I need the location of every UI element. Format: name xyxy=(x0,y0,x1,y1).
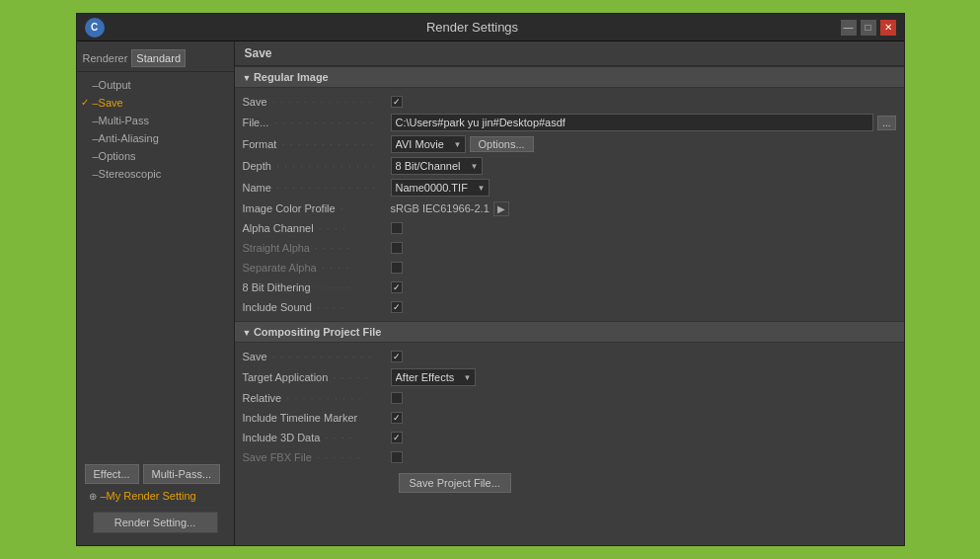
separate-alpha-label: Separate Alpha · · · · xyxy=(243,262,391,274)
include-sound-row: Include Sound · · · · xyxy=(235,297,904,317)
save-fbx-value xyxy=(391,451,896,463)
multi-pass-button[interactable]: Multi-Pass... xyxy=(143,464,221,484)
window-controls: — □ ✕ xyxy=(841,20,896,36)
renderer-dropdown[interactable]: Standard xyxy=(131,49,186,67)
format-value: AVI Movie Options... xyxy=(391,135,896,153)
save-header: Save xyxy=(235,41,904,66)
save-value xyxy=(391,96,896,108)
name-value: Name0000.TIF xyxy=(391,179,896,197)
save-fbx-checkbox[interactable] xyxy=(391,451,403,463)
file-input[interactable] xyxy=(391,114,874,131)
my-render-icon: ⊕ xyxy=(89,491,97,502)
options-button[interactable]: Options... xyxy=(470,136,534,152)
file-label: File... · · · · · · · · · · · · · xyxy=(243,117,391,128)
renderer-label: Renderer xyxy=(83,52,128,64)
content-area: Save Regular Image Save · · · · · · · · … xyxy=(235,41,904,545)
target-app-dropdown[interactable]: After Effects xyxy=(391,368,476,386)
sidebar-btn-row: Effect... Multi-Pass... xyxy=(85,464,226,484)
target-app-label: Target Application · · · · · xyxy=(243,371,391,383)
dithering-row: 8 Bit Dithering · · · · · xyxy=(235,278,904,297)
sidebar-item-multi-pass[interactable]: –Multi-Pass xyxy=(77,112,234,129)
file-row: File... · · · · · · · · · · · · · ... xyxy=(235,112,904,133)
render-setting-button[interactable]: Render Setting... xyxy=(93,512,218,533)
sidebar-item-options[interactable]: –Options xyxy=(77,147,234,165)
include-sound-checkbox[interactable] xyxy=(391,301,403,313)
regular-image-header[interactable]: Regular Image xyxy=(235,66,904,88)
render-settings-window: C Render Settings — □ ✕ Renderer Standar… xyxy=(76,13,905,546)
my-render-setting-row: ⊕ –My Render Setting xyxy=(85,488,226,504)
image-color-profile-value: sRGB IEC61966-2.1 ▶ xyxy=(391,201,896,216)
include-3d-checkbox[interactable] xyxy=(391,432,403,443)
comp-save-row: Save · · · · · · · · · · · · · xyxy=(235,347,904,366)
format-label: Format · · · · · · · · · · · · xyxy=(243,138,391,150)
regular-image-section: Regular Image Save · · · · · · · · · · ·… xyxy=(235,66,904,321)
dithering-label: 8 Bit Dithering · · · · · xyxy=(243,281,391,293)
target-app-select-wrap: After Effects xyxy=(391,368,476,386)
sidebar-item-stereoscopic[interactable]: –Stereoscopic xyxy=(77,165,234,183)
alpha-channel-value xyxy=(391,222,896,234)
color-profile-text: sRGB IEC61966-2.1 xyxy=(391,202,490,214)
save-project-value: Save Project File... xyxy=(391,469,896,497)
comp-save-value xyxy=(391,351,896,362)
comp-save-label: Save · · · · · · · · · · · · · xyxy=(243,351,391,362)
sidebar-bottom: Effect... Multi-Pass... ⊕ –My Render Set… xyxy=(77,456,234,545)
format-row: Format · · · · · · · · · · · · AVI Movie… xyxy=(235,133,904,155)
regular-image-fields: Save · · · · · · · · · · · · · File... ·… xyxy=(235,88,904,321)
name-dropdown[interactable]: Name0000.TIF xyxy=(391,179,490,197)
save-label: Save · · · · · · · · · · · · · xyxy=(243,96,391,108)
name-select-wrap: Name0000.TIF xyxy=(391,179,490,197)
save-project-button[interactable]: Save Project File... xyxy=(399,473,511,493)
format-select-wrap: AVI Movie xyxy=(391,135,466,153)
depth-dropdown[interactable]: 8 Bit/Channel xyxy=(391,157,483,175)
app-logo: C xyxy=(85,18,105,38)
separate-alpha-checkbox[interactable] xyxy=(391,262,403,274)
target-app-value: After Effects xyxy=(391,368,896,386)
depth-label: Depth · · · · · · · · · · · · · xyxy=(243,160,391,172)
sidebar-item-save[interactable]: –Save xyxy=(77,94,234,112)
relative-value xyxy=(391,392,896,404)
sidebar-item-output[interactable]: –Output xyxy=(77,76,234,94)
include-timeline-checkbox[interactable] xyxy=(391,412,403,424)
depth-select-wrap: 8 Bit/Channel xyxy=(391,157,483,175)
effect-button[interactable]: Effect... xyxy=(85,464,139,484)
compositing-fields: Save · · · · · · · · · · · · · Target Ap… xyxy=(235,343,904,503)
save-checkbox[interactable] xyxy=(391,96,403,108)
include-timeline-row: Include Timeline Marker xyxy=(235,408,904,428)
include-3d-label: Include 3D Data · · · · xyxy=(243,432,391,443)
close-button[interactable]: ✕ xyxy=(880,20,896,36)
depth-value: 8 Bit/Channel xyxy=(391,157,896,175)
compositing-header[interactable]: Compositing Project File xyxy=(235,321,904,343)
name-label: Name · · · · · · · · · · · · · xyxy=(243,182,391,194)
target-app-row: Target Application · · · · · After Effec… xyxy=(235,366,904,388)
alpha-channel-label: Alpha Channel · · · · xyxy=(243,222,391,234)
dithering-checkbox[interactable] xyxy=(391,281,403,293)
save-project-row: Save Project File... xyxy=(235,467,904,499)
color-profile-arrow[interactable]: ▶ xyxy=(493,201,509,216)
renderer-row: Renderer Standard xyxy=(77,45,234,72)
include-3d-row: Include 3D Data · · · · xyxy=(235,428,904,447)
maximize-button[interactable]: □ xyxy=(861,20,876,36)
separate-alpha-value xyxy=(391,262,896,274)
depth-row: Depth · · · · · · · · · · · · · 8 Bit/Ch… xyxy=(235,155,904,177)
main-body: Renderer Standard –Output –Save –Multi-P… xyxy=(77,41,904,545)
save-fbx-label: Save FBX File · · · · · · xyxy=(243,451,391,463)
browse-button[interactable]: ... xyxy=(877,116,895,130)
image-color-profile-label: Image Color Profile · xyxy=(243,202,391,214)
save-row: Save · · · · · · · · · · · · · xyxy=(235,92,904,112)
comp-save-checkbox[interactable] xyxy=(391,351,403,362)
my-render-label[interactable]: –My Render Setting xyxy=(101,490,196,502)
alpha-channel-checkbox[interactable] xyxy=(391,222,403,234)
separate-alpha-row: Separate Alpha · · · · xyxy=(235,258,904,278)
include-timeline-value xyxy=(391,412,896,424)
sidebar-item-anti-aliasing[interactable]: –Anti-Aliasing xyxy=(77,129,234,147)
format-dropdown[interactable]: AVI Movie xyxy=(391,135,466,153)
straight-alpha-checkbox[interactable] xyxy=(391,242,403,254)
relative-row: Relative · · · · · · · · · · xyxy=(235,388,904,408)
alpha-channel-row: Alpha Channel · · · · xyxy=(235,218,904,238)
minimize-button[interactable]: — xyxy=(841,20,857,36)
name-row: Name · · · · · · · · · · · · · Name0000.… xyxy=(235,177,904,199)
include-timeline-label: Include Timeline Marker xyxy=(243,412,391,424)
titlebar: C Render Settings — □ ✕ xyxy=(77,14,904,41)
straight-alpha-row: Straight Alpha · · · · · xyxy=(235,238,904,258)
relative-checkbox[interactable] xyxy=(391,392,403,404)
